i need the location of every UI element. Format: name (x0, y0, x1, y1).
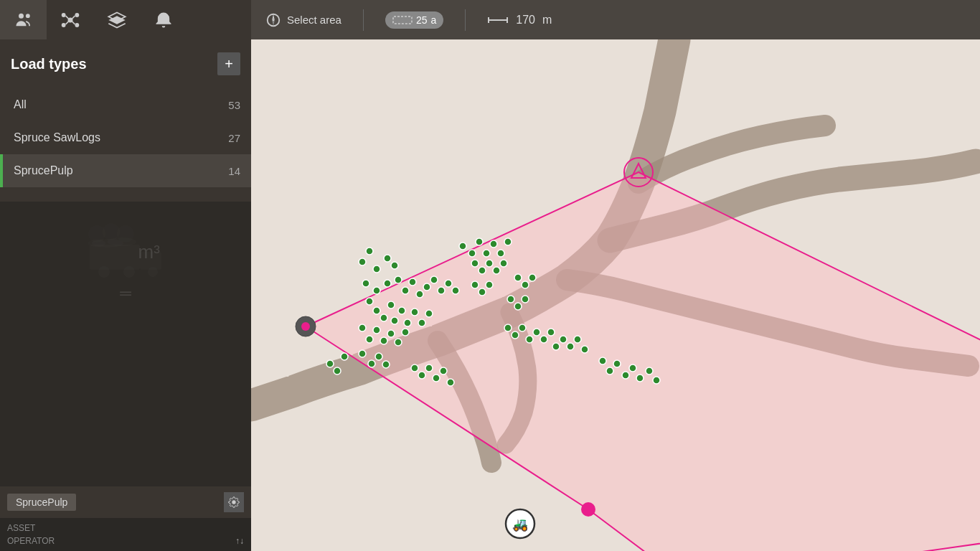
svg-point-78 (486, 260, 493, 267)
map[interactable]: 🚜 (251, 39, 980, 551)
svg-point-62 (359, 350, 366, 357)
top-toolbar: Select area 25 a 170 m (0, 0, 980, 39)
svg-point-20 (123, 266, 135, 278)
svg-point-68 (326, 360, 334, 367)
load-type-spruce-sawlogs[interactable]: Spruce SawLogs 27 (0, 121, 251, 154)
svg-point-105 (433, 375, 440, 382)
svg-point-6 (75, 23, 79, 27)
area-unit: a (430, 14, 436, 26)
load-type-all[interactable]: All 53 (0, 88, 251, 121)
bottom-row-asset: ASSET (7, 522, 244, 534)
svg-point-21 (148, 267, 158, 277)
load-type-spruce-pulp-label: SprucePulp (14, 164, 73, 177)
svg-point-37 (402, 287, 409, 294)
svg-point-44 (452, 287, 459, 294)
load-type-spruce-pulp[interactable]: SprucePulp 14 (0, 154, 251, 187)
svg-point-57 (373, 326, 380, 334)
sidebar-header: Load types + (0, 39, 251, 88)
svg-point-108 (599, 357, 606, 364)
svg-point-113 (636, 375, 644, 382)
settings-button[interactable] (224, 492, 244, 512)
svg-point-41 (430, 276, 438, 283)
tab-people[interactable] (0, 0, 47, 39)
svg-point-89 (522, 296, 529, 303)
distance-icon (487, 14, 509, 26)
svg-point-27 (117, 225, 134, 242)
svg-point-83 (486, 281, 493, 288)
area-value: 25 (416, 14, 428, 26)
toolbar-left (0, 0, 251, 39)
svg-line-10 (72, 21, 75, 24)
load-type-all-label: All (14, 98, 27, 111)
layers-icon (107, 10, 127, 30)
svg-point-111 (622, 372, 629, 379)
svg-point-55 (359, 324, 366, 331)
svg-point-12 (273, 19, 275, 21)
svg-point-32 (391, 262, 398, 269)
distance-value: 170 (516, 14, 535, 27)
divider-2 (465, 9, 466, 31)
svg-line-9 (65, 21, 68, 24)
people-icon (14, 10, 34, 30)
add-load-type-button[interactable]: + (217, 52, 240, 75)
svg-point-0 (19, 13, 24, 18)
svg-point-61 (402, 329, 409, 336)
bottom-bar-rows: ASSET OPERATOR ↑↓ (0, 518, 251, 551)
tab-nodes[interactable] (47, 0, 93, 39)
svg-point-72 (483, 250, 490, 257)
svg-point-85 (522, 281, 529, 288)
nodes-icon (60, 10, 80, 30)
distance-unit: m (542, 14, 552, 27)
select-area-action[interactable]: Select area (265, 12, 341, 28)
svg-point-95 (540, 336, 547, 343)
svg-point-81 (471, 281, 479, 288)
svg-point-70 (468, 250, 476, 257)
svg-point-107 (447, 379, 454, 386)
svg-point-73 (490, 240, 497, 248)
svg-point-40 (423, 283, 430, 291)
svg-point-63 (368, 360, 375, 367)
svg-point-96 (547, 329, 555, 336)
svg-point-33 (362, 280, 369, 287)
svg-point-50 (398, 307, 405, 314)
tab-layers[interactable] (93, 0, 140, 39)
svg-point-43 (445, 280, 452, 287)
compass-icon (265, 12, 281, 28)
sidebar-title: Load types (11, 56, 87, 72)
svg-point-114 (646, 367, 653, 375)
svg-point-103 (418, 372, 425, 379)
svg-point-109 (606, 367, 613, 375)
svg-point-34 (373, 287, 380, 294)
tab-bell[interactable] (140, 0, 187, 39)
bell-icon (154, 10, 174, 30)
bottom-bar-label: SprucePulp (7, 494, 76, 511)
selection-polygon (306, 172, 980, 551)
svg-point-97 (552, 343, 560, 350)
load-type-all-count: 53 (228, 99, 240, 111)
svg-point-77 (479, 267, 486, 274)
svg-point-38 (409, 278, 416, 286)
toolbar-right: Select area 25 a 170 m (251, 0, 980, 39)
svg-point-56 (366, 336, 373, 343)
svg-point-69 (459, 242, 466, 250)
svg-point-104 (425, 364, 433, 372)
svg-rect-13 (393, 17, 412, 24)
svg-text:🚜: 🚜 (512, 517, 529, 532)
svg-point-84 (514, 274, 522, 281)
sidebar-bottom-bar: SprucePulp ASSET OPERATOR ↑↓ (0, 486, 251, 551)
area-metric: 25 a (385, 11, 443, 29)
svg-point-90 (504, 324, 512, 331)
svg-point-76 (471, 260, 479, 267)
svg-point-71 (476, 238, 483, 245)
divider-1 (363, 9, 364, 31)
load-type-spruce-sawlogs-label: Spruce SawLogs (14, 131, 100, 144)
svg-point-28 (359, 258, 366, 265)
svg-point-91 (512, 331, 519, 339)
svg-point-35 (384, 280, 391, 287)
svg-point-49 (391, 317, 398, 324)
svg-point-59 (387, 330, 395, 337)
svg-point-58 (380, 337, 387, 344)
sidebar: Load types + All 53 Spruce SawLogs 27 Sp… (0, 39, 251, 551)
svg-point-3 (61, 13, 65, 17)
svg-point-36 (395, 276, 402, 283)
